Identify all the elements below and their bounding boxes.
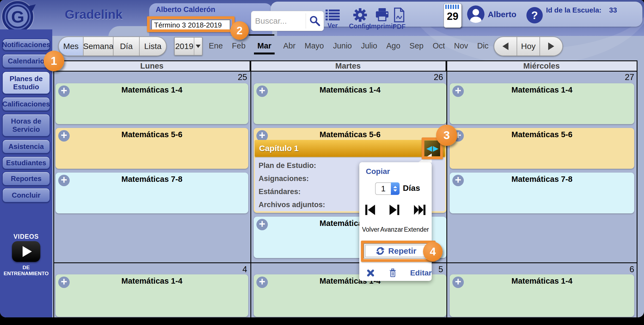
sidebar-item-calificaciones[interactable]: Calificaciones bbox=[2, 97, 50, 111]
month-tab-sep[interactable]: Sep bbox=[409, 41, 424, 50]
event-title: Matemáticas 1-4 bbox=[254, 85, 446, 94]
config-action[interactable]: Config. bbox=[349, 8, 372, 30]
add-event-icon[interactable] bbox=[58, 85, 70, 97]
month-tab-mayo[interactable]: Mayo bbox=[304, 41, 324, 50]
event-title: Matemáticas 1-4 bbox=[56, 277, 248, 286]
chevron-down-icon bbox=[196, 45, 201, 48]
month-tab-feb[interactable]: Feb bbox=[231, 41, 246, 50]
sidebar-item-calendario[interactable]: Calendario bbox=[2, 54, 50, 68]
search-button[interactable] bbox=[306, 15, 324, 27]
account-name[interactable]: Alberto bbox=[488, 10, 516, 19]
close-icon[interactable] bbox=[367, 268, 374, 278]
days-input[interactable]: 1 bbox=[375, 182, 391, 195]
event-block[interactable]: Matemáticas 7-8 bbox=[450, 173, 634, 213]
event-block[interactable]: Matemáticas 1-4 bbox=[254, 83, 446, 124]
list-view-icon bbox=[326, 9, 340, 21]
month-tabs: Ene Feb Mar Abr Mayo Junio Julio Ago Sep… bbox=[208, 41, 489, 54]
add-event-icon[interactable] bbox=[256, 85, 268, 97]
view-mes-button[interactable]: Mes bbox=[58, 36, 83, 56]
config-action-label: Config. bbox=[349, 22, 372, 30]
event-title: Matemáticas 1-4 bbox=[450, 277, 634, 286]
search-icon bbox=[309, 15, 321, 27]
view-dia-button[interactable]: Día bbox=[113, 36, 139, 56]
videos-label: VIDEOS bbox=[0, 233, 52, 240]
event-block[interactable]: Matemáticas 1-4 bbox=[450, 274, 634, 317]
month-tab-ene[interactable]: Ene bbox=[208, 41, 223, 50]
sidebar-item-horas-de-servicio[interactable]: Horas de Servicio bbox=[2, 114, 50, 137]
event-block[interactable]: Matemáticas 1-4 bbox=[56, 83, 248, 124]
search-input[interactable] bbox=[255, 13, 306, 29]
add-event-icon[interactable] bbox=[452, 277, 464, 288]
avatar[interactable] bbox=[467, 5, 484, 23]
sidebar-item-notificaciones[interactable]: Notificaciones bbox=[2, 39, 50, 51]
view-action[interactable]: Ver bbox=[326, 9, 340, 29]
year-caret[interactable] bbox=[194, 38, 202, 55]
today-button[interactable]: Hoy bbox=[517, 37, 539, 56]
year-select[interactable]: 2019 bbox=[174, 37, 203, 56]
grid-week-line bbox=[53, 262, 637, 263]
sidebar-item-asistencia[interactable]: Asistencia bbox=[2, 139, 50, 154]
event-block[interactable]: Matemáticas 7-8 bbox=[56, 173, 248, 213]
help-button[interactable] bbox=[526, 7, 543, 23]
sidebar-item-concluir[interactable]: Concluir bbox=[2, 188, 50, 203]
sidebar-item-planes-de-estudio[interactable]: Planes de Estudio bbox=[2, 71, 50, 94]
user-icon bbox=[467, 5, 484, 23]
add-event-icon[interactable] bbox=[58, 130, 70, 142]
logo-g-glyph bbox=[11, 7, 24, 26]
cell-date: 26 bbox=[424, 72, 443, 82]
annotation-step-2: 2 bbox=[230, 21, 249, 40]
event-block[interactable]: Matemáticas 1-4 bbox=[450, 83, 634, 124]
view-action-label: Ver bbox=[327, 22, 338, 29]
prev-button[interactable] bbox=[494, 37, 517, 56]
month-tab-oct[interactable]: Oct bbox=[432, 41, 445, 50]
skip-extend-icon[interactable] bbox=[414, 205, 426, 215]
add-event-icon[interactable] bbox=[58, 175, 70, 186]
add-event-icon[interactable] bbox=[452, 85, 464, 97]
month-tab-julio[interactable]: Julio bbox=[360, 41, 378, 50]
brand-wordmark: Gradelink bbox=[65, 7, 122, 22]
add-event-icon[interactable] bbox=[58, 277, 70, 288]
month-tab-dic[interactable]: Dic bbox=[477, 41, 489, 50]
chapter-bar[interactable]: Capítulo 1 bbox=[255, 140, 445, 157]
add-event-icon[interactable] bbox=[256, 219, 268, 230]
logo-inner bbox=[6, 5, 29, 28]
event-title: Matemáticas 5-6 bbox=[56, 130, 248, 139]
event-block[interactable]: Matemáticas 5-6 bbox=[450, 128, 634, 169]
days-stepper[interactable] bbox=[391, 182, 400, 195]
add-event-icon[interactable] bbox=[452, 175, 464, 186]
view-lista-button[interactable]: Lista bbox=[139, 36, 167, 56]
annotation-step-3: 3 bbox=[436, 125, 457, 146]
days-unit-label: Días bbox=[403, 183, 420, 193]
copy-label[interactable]: Copiar bbox=[366, 167, 390, 176]
event-block[interactable]: Matemáticas 5-6 bbox=[56, 128, 248, 169]
date-badge[interactable]: 29 bbox=[444, 3, 462, 28]
stepper-down-icon bbox=[393, 189, 397, 192]
month-tab-abr[interactable]: Abr bbox=[283, 41, 296, 50]
next-button[interactable] bbox=[539, 37, 562, 56]
shift-buttons bbox=[365, 205, 426, 215]
printer-icon bbox=[375, 8, 390, 22]
month-tab-junio[interactable]: Junio bbox=[332, 41, 352, 50]
pdf-action[interactable]: PDF bbox=[392, 8, 406, 30]
cell-date: 27 bbox=[615, 72, 634, 82]
skip-forward-icon[interactable] bbox=[390, 205, 399, 215]
view-semana-button[interactable]: Semana bbox=[83, 36, 113, 56]
chapter-title: Capítulo 1 bbox=[259, 144, 299, 153]
add-event-icon[interactable] bbox=[256, 277, 268, 288]
skip-back-icon[interactable] bbox=[365, 205, 375, 215]
sidebar-item-estudiantes[interactable]: Estudiantes bbox=[2, 156, 50, 169]
trash-icon[interactable] bbox=[390, 267, 396, 279]
event-block[interactable]: Matemáticas 1-4 bbox=[56, 274, 248, 317]
month-tab-nov[interactable]: Nov bbox=[453, 41, 469, 50]
month-tab-ago[interactable]: Ago bbox=[386, 41, 401, 50]
school-id-value: 33 bbox=[609, 6, 617, 14]
shift-labels: Volver Avanzar Extender bbox=[362, 226, 429, 233]
print-action[interactable]: Imprimir bbox=[369, 8, 395, 30]
training-videos-button[interactable] bbox=[12, 241, 40, 262]
popup-footer: Editar bbox=[359, 265, 432, 281]
search-box bbox=[251, 11, 324, 31]
sidebar-item-reportes[interactable]: Reportes bbox=[2, 171, 50, 186]
month-tab-mar[interactable]: Mar bbox=[254, 41, 275, 54]
cell-date: 25 bbox=[228, 72, 247, 82]
edit-link[interactable]: Editar bbox=[410, 269, 432, 277]
